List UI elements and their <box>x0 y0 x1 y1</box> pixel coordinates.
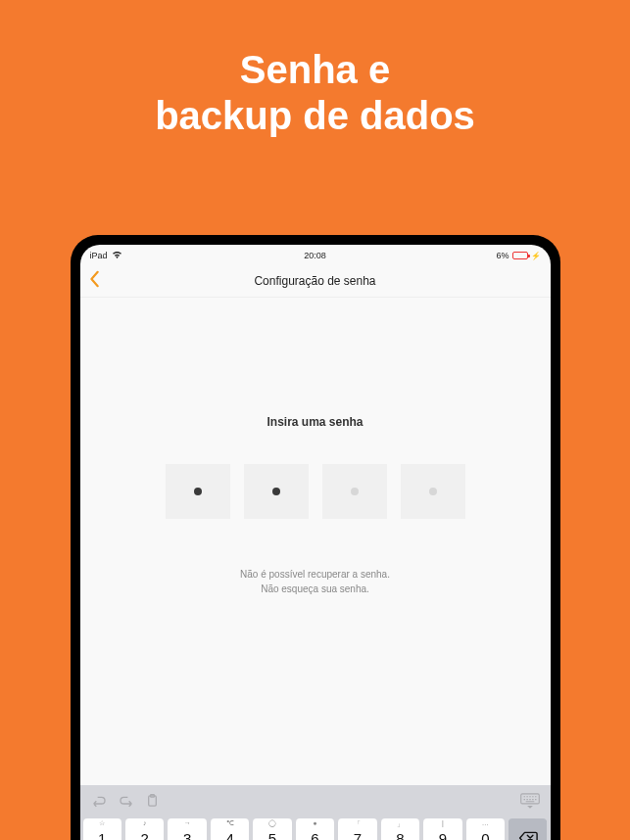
key-hint: ♪ <box>143 819 147 826</box>
key-2[interactable]: ♪2 <box>125 818 164 840</box>
key-8[interactable]: 」8 <box>381 818 419 840</box>
pin-prompt: Insira uma senha <box>80 415 551 429</box>
pin-hint-line1: Não é possível recuperar a senha. <box>80 568 551 583</box>
battery-icon <box>512 252 528 259</box>
headline-line2: backup de dados <box>0 93 630 139</box>
pin-digit-3[interactable] <box>322 464 387 519</box>
key-main: 3 <box>183 830 191 841</box>
undo-right-icon[interactable] <box>119 794 134 812</box>
key-hint: ● <box>313 819 316 826</box>
headline-line1: Senha e <box>0 47 630 93</box>
status-device-label: iPad <box>90 251 108 260</box>
pin-hint: Não é possível recuperar a senha. Não es… <box>80 568 551 596</box>
pin-digit-2[interactable] <box>244 464 309 519</box>
key-5[interactable]: ◯5 <box>253 818 291 840</box>
pin-dot-icon <box>429 488 437 495</box>
undo-left-icon[interactable] <box>91 794 107 812</box>
page-title: Configuração de senha <box>254 274 375 288</box>
pin-digit-1[interactable] <box>166 464 230 519</box>
key-3[interactable]: →3 <box>168 818 206 840</box>
key-main: 4 <box>225 830 233 841</box>
clipboard-icon[interactable] <box>146 794 159 812</box>
key-hint: … <box>482 819 489 826</box>
pin-dot-icon <box>194 488 202 495</box>
pin-dot-icon <box>272 488 280 495</box>
key-main: 9 <box>439 830 447 841</box>
key-9[interactable]: |9 <box>423 818 461 840</box>
svg-rect-2 <box>520 794 539 804</box>
pin-hint-line2: Não esqueça sua senha. <box>80 583 551 597</box>
key-main: 1 <box>98 830 106 841</box>
key-hint: → <box>184 819 191 826</box>
key-7[interactable]: 「7 <box>338 818 376 840</box>
chevron-left-icon <box>88 270 102 288</box>
keyboard-toolbar <box>83 789 548 818</box>
key-main: 0 <box>481 830 489 841</box>
key-4[interactable]: ℃4 <box>211 818 249 840</box>
status-time: 20:08 <box>304 251 326 260</box>
key-main: 6 <box>311 830 318 841</box>
key-hint: ☆ <box>99 819 105 827</box>
pin-dot-icon <box>351 488 359 495</box>
key-hint: | <box>442 819 444 826</box>
key-0[interactable]: …0 <box>466 818 505 840</box>
key-hint: ◯ <box>268 819 276 827</box>
backspace-key[interactable] <box>509 818 547 840</box>
keyboard-row-1: ☆1♪2→3℃4◯5●6「7」8|9…0 <box>83 818 548 840</box>
keyboard-hide-icon[interactable] <box>520 793 540 813</box>
key-6[interactable]: ●6 <box>296 818 334 840</box>
navbar: Configuração de senha <box>80 264 551 298</box>
back-button[interactable] <box>88 270 102 292</box>
screen: iPad 20:08 6% ⚡ Configuração de senha In… <box>80 245 551 840</box>
key-hint: ℃ <box>226 819 234 827</box>
key-1[interactable]: ☆1 <box>83 818 121 840</box>
content-area: Insira uma senha Não é possível recupera… <box>80 415 551 596</box>
wifi-icon <box>112 251 122 260</box>
pin-input-row <box>80 464 551 519</box>
pin-digit-4[interactable] <box>401 464 465 519</box>
keyboard: ☆1♪2→3℃4◯5●6「7」8|9…0 々@〆#仝¥〃_〻ˆ–*+＼×˜÷⌐改… <box>80 785 551 840</box>
status-battery-pct: 6% <box>496 251 509 260</box>
status-bar: iPad 20:08 6% ⚡ <box>80 245 551 264</box>
key-main: 7 <box>354 830 362 841</box>
key-main: 8 <box>396 830 404 841</box>
key-main: 5 <box>268 830 276 841</box>
key-hint: 「 <box>354 819 361 829</box>
charging-icon: ⚡ <box>531 252 541 260</box>
headline: Senha e backup de dados <box>0 0 630 139</box>
ipad-device-frame: iPad 20:08 6% ⚡ Configuração de senha In… <box>71 235 560 840</box>
key-hint: 」 <box>397 819 404 829</box>
key-main: 2 <box>141 830 149 841</box>
backspace-icon <box>518 831 538 840</box>
